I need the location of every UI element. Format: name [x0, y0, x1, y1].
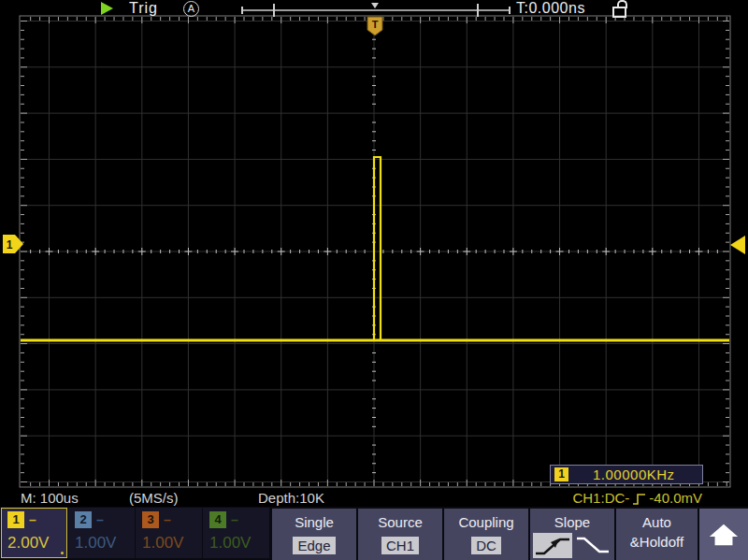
channel2-badge: 2 — [75, 511, 92, 528]
channel1-position-marker[interactable]: 1 — [3, 235, 23, 253]
channel2-info-box[interactable]: 2 – 1.00V — [68, 508, 135, 558]
oscilloscope-screen: Trig A T:0.000ns T1 1 1.00000KHz M: 100u… — [0, 0, 748, 560]
waveform-pulse — [374, 157, 381, 340]
trigger-status-label: Trig — [129, 0, 158, 17]
channel1-selected-dot — [61, 552, 64, 554]
channel3-info-box[interactable]: 3 – 1.00V — [136, 508, 202, 558]
auto-holdoff-line1: Auto — [616, 514, 698, 530]
trigger-source-coupling: CH1:DC- — [572, 490, 629, 506]
memory-depth-readout: Depth:10K — [258, 490, 324, 506]
trigger-coupling-button[interactable]: Coupling DC — [444, 509, 528, 560]
unlock-icon[interactable] — [612, 0, 627, 17]
channel3-badge: 3 — [142, 511, 159, 528]
trigger-position-flag[interactable]: T — [367, 17, 382, 36]
trigger-source-label: Source — [358, 514, 442, 530]
run-play-icon[interactable] — [101, 2, 113, 15]
trigger-settings-readout: CH1:DC- -40.0mV — [572, 490, 702, 506]
bottom-menu-bar: 1 – 2.00V 2 – 1.00V 3 – 1.00V 4 – — [0, 507, 748, 560]
grid-lines — [21, 17, 729, 486]
auto-holdoff-button[interactable]: Auto &Holdoff — [616, 509, 698, 560]
channel4-info-box[interactable]: 4 – 1.00V — [203, 508, 269, 558]
auto-holdoff-line2: &Holdoff — [616, 534, 698, 550]
home-button[interactable] — [699, 509, 748, 560]
svg-text:T: T — [372, 19, 379, 30]
trigger-coupling-value: DC — [471, 537, 501, 554]
trigger-mode-label: Single — [272, 514, 356, 530]
trigger-mode-value: Edge — [293, 537, 335, 554]
trigger-source-value: CH1 — [381, 537, 419, 554]
channel2-coupling-mark: – — [96, 512, 104, 527]
trigger-source-button[interactable]: Source CH1 — [358, 509, 442, 560]
center-rulers — [31, 30, 718, 472]
trigger-slope-button[interactable]: Slope — [530, 509, 614, 560]
lock-body — [612, 7, 626, 18]
channel4-scale: 1.00V — [209, 534, 269, 553]
trigger-time-readout: T:0.000ns — [516, 0, 585, 17]
axis-ticks — [21, 17, 729, 486]
channel1-info-box[interactable]: 1 – 2.00V — [1, 508, 67, 558]
home-icon — [708, 521, 740, 549]
trigger-level-readout: -40.0mV — [649, 490, 702, 506]
rising-edge-icon — [632, 493, 646, 506]
channel1-coupling-mark: – — [29, 512, 36, 527]
freq-counter-value: 1.00000KHz — [593, 467, 675, 482]
falling-slope-icon[interactable] — [574, 533, 611, 558]
status-bar: M: 100us (5MS/s) Depth:10K CH1:DC- -40.0… — [0, 488, 748, 507]
channel1-scale: 2.00V — [7, 534, 66, 553]
frequency-counter-box: 1 1.00000KHz — [550, 465, 703, 484]
channel4-coupling-mark: – — [231, 512, 238, 527]
channel1-badge: 1 — [7, 511, 24, 528]
sample-rate-readout: (5MS/s) — [129, 490, 179, 506]
freq-channel-badge: 1 — [554, 467, 568, 481]
auto-trigger-icon: A — [183, 1, 199, 17]
trigger-mode-button[interactable]: Single Edge — [272, 509, 356, 560]
svg-text:1: 1 — [7, 238, 13, 251]
trigger-coupling-label: Coupling — [444, 514, 528, 530]
channel3-scale: 1.00V — [142, 534, 202, 553]
graticule-border — [20, 16, 730, 487]
trigger-level-marker[interactable] — [730, 236, 745, 254]
channel2-scale: 1.00V — [75, 534, 135, 553]
chann3-coupling-mark: – — [164, 512, 171, 527]
trigger-slope-label: Slope — [530, 514, 614, 530]
top-bar: Trig A T:0.000ns — [0, 0, 748, 16]
timebase-readout: M: 100us — [21, 490, 79, 506]
channel4-badge: 4 — [209, 511, 226, 528]
rising-slope-icon[interactable] — [533, 533, 572, 558]
